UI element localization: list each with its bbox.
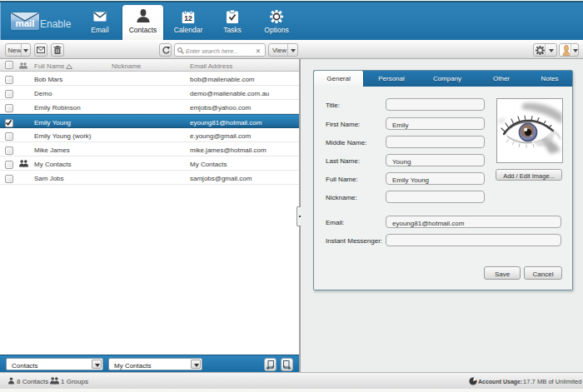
svg-text:12: 12 (184, 14, 192, 22)
